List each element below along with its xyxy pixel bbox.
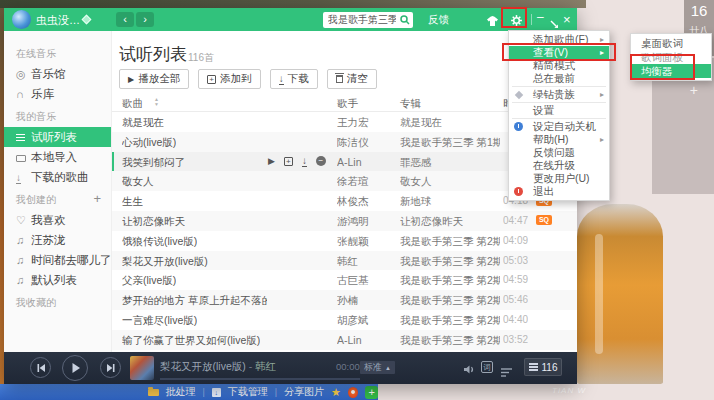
quality-label: 标准 — [364, 361, 382, 374]
power-red-icon — [514, 187, 523, 196]
volume-button[interactable] — [463, 361, 476, 379]
album-art[interactable] — [130, 356, 154, 380]
menu-item-green-diamond[interactable]: 绿钻贵族 ▸ — [509, 88, 609, 101]
search-icon[interactable] — [400, 15, 410, 25]
quality-selector[interactable]: 标准 ▲ — [360, 361, 395, 374]
table-row[interactable]: 饿狼传说(live版) 张靓颖 我是歌手第三季 第2期 04:09 — [112, 231, 577, 251]
menu-item-auto-shutdown[interactable]: 设定自动关机 — [509, 120, 609, 133]
toolbar-item-share-image[interactable]: 分享图片 — [284, 385, 324, 399]
menu-item-label: 退出 — [533, 185, 554, 197]
song-artist: 韩红 — [337, 255, 358, 269]
play-icon: ▶ — [128, 75, 134, 84]
table-row[interactable]: 输了你赢了世界又如何(live版) A-Lin 我是歌手第三季 第2期 03:5… — [112, 330, 577, 350]
next-button[interactable] — [100, 357, 121, 378]
annotation-box-equalizer — [630, 54, 695, 80]
monitor-icon — [16, 147, 31, 167]
sidebar-item-favorites[interactable]: ♡我喜欢 — [4, 210, 111, 230]
song-album: 新地球 — [400, 195, 432, 209]
menu-item-online-update[interactable]: 在线升级 — [509, 159, 609, 172]
username[interactable]: 虫虫没… — [36, 13, 80, 28]
add-button[interactable]: + — [365, 386, 378, 399]
menu-item-feedback[interactable]: 反馈问题 — [509, 146, 609, 159]
sidebar-item-library[interactable]: ∩乐库 — [4, 84, 111, 104]
menu-item-label: 在线升级 — [533, 159, 575, 171]
sidebar-item-label: 本地导入 — [31, 151, 77, 163]
nav-forward-button[interactable]: › — [136, 12, 154, 27]
caret-up-icon: ▲ — [385, 365, 391, 371]
previous-button[interactable] — [30, 357, 51, 378]
toolbar-item-download-manager[interactable]: 下载管理 — [228, 385, 268, 399]
sidebar-section-created: 我创建的 + — [4, 187, 111, 210]
row-add-icon[interactable]: + — [284, 157, 293, 166]
sidebar-section-online: 在线音乐 — [4, 41, 111, 64]
sidebar-item-playlist-1[interactable]: ♫汪苏泷 — [4, 230, 111, 250]
table-row[interactable]: 一言难尽(live版) 胡彦斌 我是歌手第三季 第2期 04:40 — [112, 310, 577, 330]
song-album: 就是现在 — [400, 116, 442, 130]
user-avatar[interactable] — [12, 10, 31, 29]
table-row[interactable]: 梦开始的地方 草原上升起不落的太阳(live版) 孙楠 我是歌手第三季 第2期 … — [112, 290, 577, 310]
minimize-button[interactable]: – — [537, 10, 544, 24]
play-all-button[interactable]: ▶ 播放全部 — [119, 69, 189, 89]
toolbar-item-batch[interactable]: 批处理 — [166, 385, 196, 399]
nav-back-button[interactable]: ‹ — [116, 12, 134, 27]
song-album: 我是歌手第三季 第2期 — [400, 334, 500, 348]
search-box[interactable] — [323, 12, 413, 28]
row-remove-icon[interactable]: − — [316, 156, 326, 166]
sidebar-item-default-list[interactable]: ♫默认列表 — [4, 270, 111, 290]
clear-button[interactable]: 清空 — [327, 69, 377, 89]
add-to-button[interactable]: + 添加到 — [198, 69, 261, 89]
song-artist: 张靓颖 — [337, 235, 369, 249]
table-row[interactable]: 梨花又开放(live版) 韩红 我是歌手第三季 第2期 05:03 — [112, 251, 577, 271]
sidebar-item-local-import[interactable]: 本地导入 — [4, 147, 111, 167]
desktop-photo-bottle — [577, 204, 663, 384]
column-album[interactable]: 专辑 — [400, 97, 421, 111]
sidebar-item-label: 下载的歌曲 — [31, 171, 89, 183]
sidebar-item-music-hall[interactable]: ◎音乐馆 — [4, 64, 111, 84]
submenu-arrow-icon: ▸ — [600, 133, 604, 146]
song-artist: A-Lin — [337, 334, 362, 346]
toolbar-divider: | — [203, 387, 205, 397]
sidebar-item-playlist-2[interactable]: ♫时间都去哪儿了 — [4, 250, 111, 270]
table-row[interactable]: 父亲(live版) 古巨基 我是歌手第三季 第2期 04:59 — [112, 270, 577, 290]
menu-item-help[interactable]: 帮助(H) ▸ — [509, 133, 609, 146]
add-playlist-button[interactable]: + — [93, 191, 101, 206]
column-artist[interactable]: 歌手 — [337, 97, 358, 111]
menu-item-exit[interactable]: 退出 — [509, 185, 609, 198]
button-label: 播放全部 — [138, 72, 180, 86]
song-title: 生生 — [122, 195, 143, 209]
titlebar-divider — [531, 14, 532, 25]
row-download-icon[interactable]: ↓ — [302, 156, 307, 167]
submenu-item-desktop-lyrics[interactable]: 桌面歌词 — [631, 36, 711, 50]
sidebar-item-listen-list[interactable]: 试听列表 — [4, 127, 111, 147]
menu-item-always-on-top[interactable]: 总在最前 — [509, 72, 609, 85]
song-title: 输了你赢了世界又如何(live版) — [122, 334, 260, 348]
feedback-link[interactable]: 反馈 — [428, 13, 449, 27]
lyrics-button[interactable]: 词 — [481, 361, 493, 373]
row-play-icon[interactable]: ▶ — [268, 156, 275, 166]
now-playing[interactable]: 梨花又开放(live版)-韩红 — [160, 360, 276, 374]
song-duration: 04:47 — [503, 215, 528, 226]
menu-item-settings[interactable]: 设置 — [509, 104, 609, 117]
skin-shirt-icon[interactable] — [486, 13, 499, 31]
song-title: 梨花又开放(live版) — [122, 255, 208, 269]
song-artist: 林俊杰 — [337, 195, 369, 209]
song-album: 我是歌手第三季 第2期 — [400, 314, 500, 328]
green-diamond-vip-icon — [82, 15, 92, 25]
sidebar-item-downloaded[interactable]: ↓下载的歌曲 — [4, 167, 111, 187]
song-duration: 04:09 — [503, 235, 528, 246]
menu-item-change-user[interactable]: 更改用户(U) — [509, 172, 609, 185]
table-row[interactable]: 让初恋像昨天 游鸿明 让初恋像昨天 04:47 SQ — [112, 211, 577, 231]
progress-bar[interactable] — [160, 378, 360, 380]
playlist-toggle[interactable]: 116 — [524, 358, 562, 376]
download-button[interactable]: ↓ 下载 — [270, 69, 318, 89]
column-song[interactable]: 歌曲 — [122, 97, 143, 111]
close-button[interactable]: × — [563, 12, 571, 27]
play-button[interactable] — [62, 355, 88, 381]
star-icon[interactable]: ★ — [331, 387, 341, 398]
now-playing-dash: - — [249, 360, 253, 372]
sort-icon[interactable]: ▲▼ — [154, 97, 159, 107]
play-mode-button[interactable] — [500, 363, 513, 381]
song-album: 我是歌手第三季 第1期 — [400, 136, 500, 150]
browser-icon[interactable] — [348, 387, 359, 398]
search-input[interactable] — [328, 12, 396, 28]
